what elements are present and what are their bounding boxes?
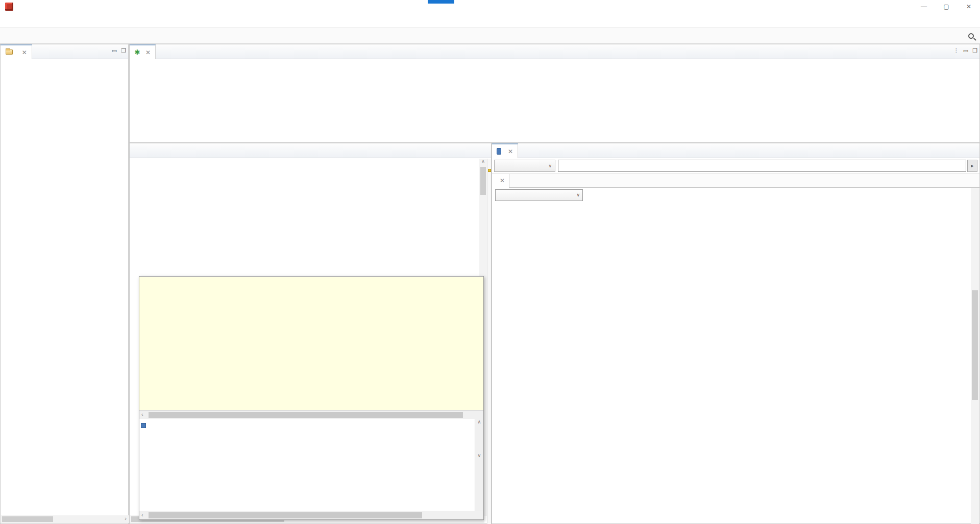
project-hscrollbar[interactable]: › [1,515,129,523]
chevron-down-icon: ∨ [548,160,552,171]
taskbar-peek-artifact [428,0,454,4]
project-tree [1,71,128,508]
chevron-down-icon: ∨ [576,190,580,201]
expression-inspect-pane: ‹ ∧∨ ‹ [139,276,484,520]
editor-tab-bar [130,143,491,158]
memory-space-select[interactable]: ∨ [494,160,555,172]
memory-address-row: ∨ ▸ [492,158,979,174]
warning-mark [488,169,491,172]
detail-icon [141,423,146,428]
editor-overview-ruler[interactable] [487,159,491,524]
title-bar: — ▢ ✕ [0,0,980,13]
expressions-hscrollbar[interactable]: ‹ [139,410,483,419]
close-icon[interactable]: ✕ [508,148,513,155]
close-icon[interactable]: ✕ [500,177,505,184]
memory-hex-dump[interactable] [492,203,979,514]
expression-detail-text [139,419,475,511]
memory-vscrollbar[interactable] [971,188,979,524]
close-icon[interactable]: ✕ [22,49,27,56]
close-icon[interactable]: ✕ [145,49,151,56]
project-explorer-panel: ✕ ▭❒ › [0,44,129,524]
debug-panel: ✱ ✕ ⋮▭❒ [129,44,980,143]
memory-tab-bar: ✕ [492,143,979,158]
memory-chip-icon [497,148,501,155]
detail-hscrollbar[interactable]: ‹ [139,511,483,519]
main-toolbar [0,28,980,44]
maximize-window-button[interactable]: ▢ [935,0,958,13]
expression-detail-pane: ∧∨ [139,419,483,511]
maximize-view-icon[interactable]: ❒ [972,47,977,54]
debug-tab-bar: ✱ ✕ ⋮▭❒ [130,44,979,59]
memory-address-input[interactable] [558,160,966,172]
project-explorer-toolbar [1,59,128,71]
scroll-right-icon[interactable]: › [125,515,127,521]
memory-rendering-tab[interactable]: ✕ [492,174,509,188]
memory-rendering-tabs: ✕ [492,174,979,188]
search-icon[interactable] [965,29,976,41]
close-window-button[interactable]: ✕ [958,0,980,13]
menu-bar [0,13,980,28]
minimize-window-button[interactable]: — [913,0,935,13]
tab-memory-browser[interactable]: ✕ [492,143,518,158]
tab-project-explorer[interactable]: ✕ [1,44,32,59]
maximize-view-icon[interactable]: ❒ [121,47,126,54]
minimize-view-icon[interactable]: ▭ [112,47,117,54]
memory-style-select[interactable]: ∨ [495,189,583,201]
view-menu-icon[interactable]: ⋮ [953,47,959,54]
memory-browser-panel: ✕ ∨ ▸ ✕ ∨ [492,143,980,524]
minimize-view-icon[interactable]: ▭ [963,47,968,54]
project-explorer-tab-bar: ✕ ▭❒ [1,44,128,59]
toolbar-right-group [965,29,977,41]
memory-style-row: ∨ [492,188,979,203]
memory-go-button[interactable]: ▸ [967,160,977,172]
detail-vscrollbar[interactable]: ∧∨ [475,419,483,511]
tab-debug[interactable]: ✱ ✕ [130,44,156,59]
debug-call-stack [130,59,979,61]
ccs-logo-icon [5,3,13,11]
